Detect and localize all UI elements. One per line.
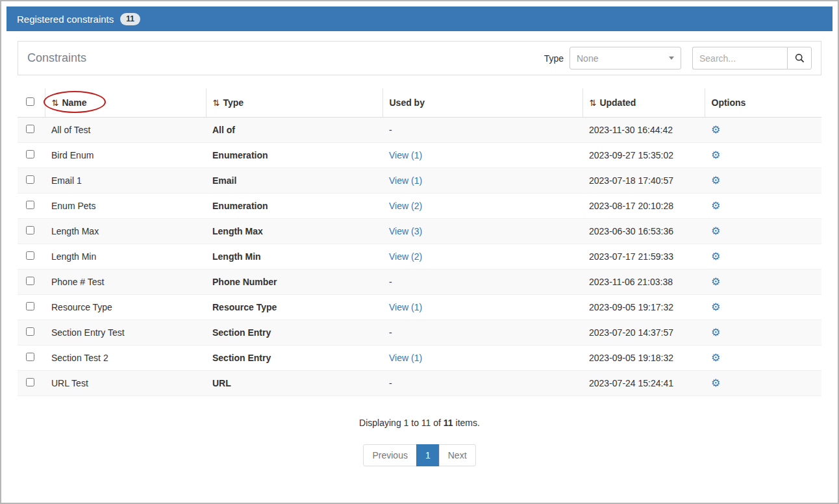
row-checkbox[interactable] [26, 201, 34, 209]
table-row: Section Test 2Section EntryView (1)2023-… [18, 346, 821, 371]
row-used-by: View (1) [382, 346, 582, 371]
row-options-cell: ⚙ [705, 346, 821, 371]
type-filter-select[interactable]: None [570, 47, 681, 69]
used-by-link[interactable]: View (1) [389, 175, 422, 186]
row-options-cell: ⚙ [705, 244, 821, 270]
row-checkbox[interactable] [26, 125, 34, 133]
used-by-link[interactable]: View (2) [389, 201, 422, 211]
row-checkbox[interactable] [26, 175, 34, 184]
column-label-updated: Updated [599, 97, 636, 108]
row-options-cell: ⚙ [705, 143, 821, 168]
row-used-by: View (2) [382, 194, 582, 219]
gear-icon[interactable]: ⚙ [711, 276, 720, 287]
pagination-1[interactable]: 1 [416, 444, 440, 466]
row-type: Email [206, 168, 382, 194]
gear-icon[interactable]: ⚙ [711, 327, 720, 338]
column-header-name[interactable]: ⇅Name [45, 88, 206, 118]
row-used-by: - [382, 320, 582, 346]
used-by-link[interactable]: View (1) [389, 150, 422, 160]
row-type: Section Entry [206, 346, 382, 371]
row-used-by: View (1) [382, 295, 582, 320]
row-updated: 2023-07-18 17:40:57 [582, 168, 705, 194]
used-by-link[interactable]: View (3) [389, 226, 422, 236]
search-input[interactable] [692, 47, 787, 69]
row-name: Section Entry Test [45, 320, 206, 346]
row-options-cell: ⚙ [705, 168, 821, 194]
select-all-checkbox[interactable] [26, 97, 34, 106]
row-used-by: View (2) [382, 244, 582, 270]
column-label-type: Type [223, 97, 244, 108]
pagination-previous[interactable]: Previous [363, 444, 416, 466]
row-name: Length Min [45, 244, 206, 270]
pagination-next[interactable]: Next [439, 444, 476, 466]
summary-suffix: items. [453, 418, 480, 428]
row-name: Section Test 2 [45, 346, 206, 371]
gear-icon[interactable]: ⚙ [711, 200, 720, 211]
row-used-by: View (1) [382, 168, 582, 194]
row-checkbox-cell [18, 295, 45, 320]
row-checkbox[interactable] [26, 150, 34, 158]
row-type: Resource Type [206, 295, 382, 320]
summary-prefix: Displaying 1 to 11 of [359, 418, 444, 428]
row-checkbox[interactable] [26, 226, 34, 234]
row-checkbox-cell [18, 168, 45, 194]
table-row: URL TestURL-2023-07-24 15:24:41⚙ [18, 371, 821, 396]
table-row: Section Entry TestSection Entry-2023-07-… [18, 320, 821, 346]
row-used-by: View (3) [382, 219, 582, 244]
table-row: Resource TypeResource TypeView (1)2023-0… [18, 295, 821, 320]
content: Constraints Type None [6, 31, 833, 466]
column-header-updated[interactable]: ⇅Updated [582, 88, 705, 118]
row-checkbox-cell [18, 270, 45, 295]
gear-icon[interactable]: ⚙ [711, 225, 720, 236]
table-row: Length MaxLength MaxView (3)2023-06-30 1… [18, 219, 821, 244]
row-checkbox[interactable] [26, 378, 34, 386]
column-label-used-by: Used by [390, 97, 425, 108]
table-body: All of TestAll of-2023-11-30 16:44:42⚙Bi… [18, 118, 821, 396]
row-checkbox-cell [18, 320, 45, 346]
table-header-row: ⇅Name ⇅Type Used by ⇅Updated Options [18, 88, 821, 118]
pagination: Previous1Next [363, 444, 475, 466]
row-updated: 2023-07-17 21:59:33 [582, 244, 705, 270]
sort-icon: ⇅ [213, 98, 220, 108]
row-checkbox[interactable] [26, 277, 34, 285]
column-header-checkbox [18, 88, 45, 118]
row-checkbox-cell [18, 143, 45, 168]
row-updated: 2023-09-05 19:18:32 [582, 346, 705, 371]
search-button[interactable] [787, 47, 812, 69]
gear-icon[interactable]: ⚙ [711, 251, 720, 262]
gear-icon[interactable]: ⚙ [711, 352, 720, 363]
table-row: Bird EnumEnumerationView (1)2023-09-27 1… [18, 143, 821, 168]
used-by-link[interactable]: View (1) [389, 353, 422, 363]
row-name: Length Max [45, 219, 206, 244]
used-by-link[interactable]: View (1) [389, 302, 422, 312]
search-group [692, 47, 812, 69]
row-checkbox[interactable] [26, 327, 34, 336]
gear-icon[interactable]: ⚙ [711, 124, 720, 135]
used-by-link[interactable]: View (2) [389, 251, 422, 262]
chevron-down-icon [669, 57, 674, 60]
row-name: Email 1 [45, 168, 206, 194]
row-updated: 2023-06-30 16:53:36 [582, 219, 705, 244]
panel-title: Registered constraints [17, 14, 114, 25]
gear-icon[interactable]: ⚙ [711, 175, 720, 186]
row-type: Enumeration [206, 143, 382, 168]
row-checkbox[interactable] [26, 353, 34, 361]
column-header-options: Options [705, 88, 821, 118]
row-type: Length Max [206, 219, 382, 244]
gear-icon[interactable]: ⚙ [711, 301, 720, 312]
pagination-wrap: Previous1Next [18, 444, 821, 466]
row-options-cell: ⚙ [705, 295, 821, 320]
row-checkbox[interactable] [26, 302, 34, 310]
column-label-options: Options [712, 97, 746, 108]
row-checkbox-cell [18, 371, 45, 396]
table-row: All of TestAll of-2023-11-30 16:44:42⚙ [18, 118, 821, 143]
column-header-type[interactable]: ⇅Type [206, 88, 382, 118]
gear-icon[interactable]: ⚙ [711, 149, 720, 160]
constraints-table: ⇅Name ⇅Type Used by ⇅Updated Options [18, 88, 821, 396]
row-options-cell: ⚙ [705, 270, 821, 295]
row-used-by: - [382, 371, 582, 396]
row-options-cell: ⚙ [705, 194, 821, 219]
row-type: Phone Number [206, 270, 382, 295]
row-checkbox[interactable] [26, 251, 34, 260]
gear-icon[interactable]: ⚙ [711, 377, 720, 388]
